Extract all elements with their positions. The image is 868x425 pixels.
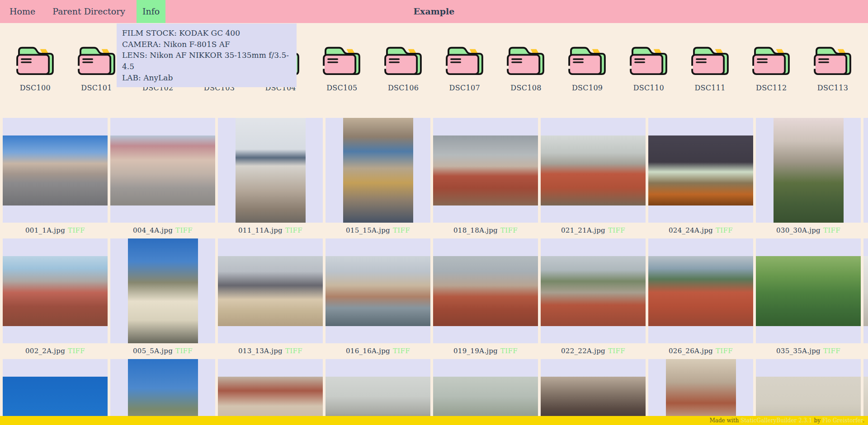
- photo-thumbnail[interactable]: [3, 256, 108, 326]
- photo-cell[interactable]: [433, 238, 538, 343]
- photo-cell[interactable]: [110, 118, 215, 223]
- photo-format-link[interactable]: TIFF: [68, 347, 85, 355]
- photo-filename-link[interactable]: 005_5A.jpg: [133, 347, 173, 355]
- photo-label: 015_15A.jpgTIFF: [326, 223, 430, 238]
- photo-label: 002_2A.jpgTIFF: [3, 343, 108, 359]
- photo-thumbnail[interactable]: [110, 135, 215, 205]
- photo-filename-link[interactable]: 001_1A.jpg: [25, 226, 65, 234]
- photo-thumbnail[interactable]: [128, 238, 198, 343]
- photo-cell[interactable]: [756, 359, 861, 425]
- photo-cell[interactable]: [3, 359, 108, 425]
- photo-cell[interactable]: [648, 238, 753, 343]
- folder-item[interactable]: DSC112: [744, 44, 798, 92]
- photo-cell[interactable]: [326, 359, 430, 425]
- photo-filename-link[interactable]: 015_15A.jpg: [346, 226, 390, 234]
- folder-item[interactable]: DSC100: [8, 44, 62, 92]
- generator-link[interactable]: StaticGalleryBuilder 2.3.1: [741, 417, 812, 424]
- folder-item[interactable]: DSC106: [376, 44, 430, 92]
- photo-filename-link[interactable]: 024_24A.jpg: [669, 226, 713, 234]
- photo-filename-link[interactable]: 022_22A.jpg: [561, 347, 605, 355]
- photo-format-link[interactable]: TIFF: [716, 347, 733, 355]
- photo-cell[interactable]: [110, 359, 215, 425]
- photo-filename-link[interactable]: 004_4A.jpg: [133, 226, 173, 234]
- folder-item[interactable]: DSC111: [683, 44, 737, 92]
- photo-thumbnail[interactable]: [648, 135, 753, 205]
- photo-cell[interactable]: [648, 118, 753, 223]
- folder-item[interactable]: DSC105: [315, 44, 369, 92]
- photo-cell[interactable]: [756, 118, 861, 223]
- photo-format-link[interactable]: TIFF: [175, 347, 193, 355]
- photo-thumbnail[interactable]: [433, 256, 538, 326]
- photo-filename-link[interactable]: 026_26A.jpg: [669, 347, 713, 355]
- photo-thumbnail[interactable]: [541, 135, 646, 205]
- folder-item[interactable]: DSC110: [622, 44, 676, 92]
- photo-filename-link[interactable]: 030_30A.jpg: [776, 226, 821, 234]
- photo-filename-link[interactable]: 018_18A.jpg: [453, 226, 498, 234]
- photo-thumbnail[interactable]: [218, 256, 323, 326]
- photo-cell[interactable]: [756, 238, 861, 343]
- photo-cell[interactable]: [863, 118, 868, 223]
- photo-format-link[interactable]: TIFF: [608, 347, 625, 355]
- photo-thumbnail[interactable]: [128, 359, 198, 425]
- photo-thumbnail[interactable]: [326, 256, 430, 326]
- author-link[interactable]: Flo Greistorfer: [822, 417, 863, 424]
- photo-cell[interactable]: [218, 238, 323, 343]
- nav-item-parent-directory[interactable]: Parent Directory: [47, 0, 131, 23]
- folder-icon: [752, 44, 791, 76]
- photo-filename-link[interactable]: 002_2A.jpg: [25, 347, 65, 355]
- photo-filename-link[interactable]: 019_19A.jpg: [453, 347, 498, 355]
- footer-by-text: by: [812, 417, 822, 424]
- folder-item[interactable]: DSC109: [560, 44, 614, 92]
- photo-cell[interactable]: [110, 238, 215, 343]
- photo-cell[interactable]: [541, 238, 646, 343]
- photo-thumbnail[interactable]: [774, 118, 844, 223]
- gallery-item: [218, 359, 323, 425]
- photo-cell[interactable]: [3, 238, 108, 343]
- photo-filename-link[interactable]: 013_13A.jpg: [238, 347, 283, 355]
- photo-format-link[interactable]: TIFF: [68, 226, 85, 234]
- folder-icon: [322, 44, 361, 76]
- photo-cell[interactable]: [433, 359, 538, 425]
- photo-thumbnail[interactable]: [756, 256, 861, 326]
- photo-thumbnail[interactable]: [3, 135, 108, 205]
- photo-thumbnail[interactable]: [236, 118, 306, 223]
- photo-thumbnail[interactable]: [343, 118, 413, 223]
- photo-format-link[interactable]: TIFF: [608, 226, 625, 234]
- photo-thumbnail[interactable]: [433, 135, 538, 205]
- photo-format-link[interactable]: TIFF: [500, 347, 518, 355]
- photo-format-link[interactable]: TIFF: [393, 347, 410, 355]
- photo-format-link[interactable]: TIFF: [500, 226, 518, 234]
- photo-cell[interactable]: [863, 359, 868, 425]
- photo-cell[interactable]: [433, 118, 538, 223]
- photo-thumbnail[interactable]: [666, 359, 736, 425]
- photo-cell[interactable]: [326, 238, 430, 343]
- photo-thumbnail[interactable]: [648, 256, 753, 326]
- photo-cell[interactable]: [218, 359, 323, 425]
- photo-format-link[interactable]: TIFF: [393, 226, 410, 234]
- nav-item-info[interactable]: Info: [137, 0, 165, 23]
- photo-cell[interactable]: [648, 359, 753, 425]
- folder-item[interactable]: DSC108: [499, 44, 553, 92]
- photo-cell[interactable]: [541, 359, 646, 425]
- photo-filename-link[interactable]: 011_11A.jpg: [238, 226, 283, 234]
- folder-item[interactable]: DSC107: [438, 44, 492, 92]
- folder-item[interactable]: DSC113: [806, 44, 860, 92]
- photo-cell[interactable]: [326, 118, 430, 223]
- photo-cell[interactable]: [3, 118, 108, 223]
- photo-thumbnail[interactable]: [863, 256, 868, 326]
- photo-format-link[interactable]: TIFF: [285, 226, 302, 234]
- photo-format-link[interactable]: TIFF: [823, 226, 840, 234]
- photo-filename-link[interactable]: 021_21A.jpg: [561, 226, 605, 234]
- photo-cell[interactable]: [218, 118, 323, 223]
- photo-format-link[interactable]: TIFF: [285, 347, 302, 355]
- folder-item[interactable]: DSC101: [70, 44, 124, 92]
- photo-format-link[interactable]: TIFF: [175, 226, 193, 234]
- photo-thumbnail[interactable]: [541, 256, 646, 326]
- photo-cell[interactable]: [541, 118, 646, 223]
- photo-cell[interactable]: [863, 238, 868, 343]
- photo-format-link[interactable]: TIFF: [716, 226, 733, 234]
- nav-item-home[interactable]: Home: [4, 0, 41, 23]
- photo-format-link[interactable]: TIFF: [823, 347, 840, 355]
- photo-filename-link[interactable]: 035_35A.jpg: [776, 347, 821, 355]
- photo-filename-link[interactable]: 016_16A.jpg: [346, 347, 390, 355]
